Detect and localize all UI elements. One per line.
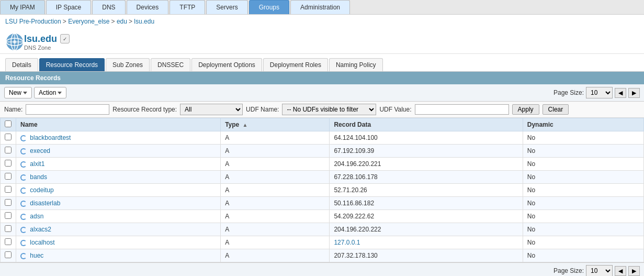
row-checkbox-1[interactable]: [1, 145, 16, 158]
table-row: alxit1 A 204.196.220.221 No: [1, 158, 644, 171]
breadcrumb-link-1[interactable]: Everyone_else: [68, 18, 109, 25]
row-name-5: disasterlab: [16, 197, 221, 210]
new-label: New: [9, 89, 21, 96]
row-checkbox-2[interactable]: [1, 158, 16, 171]
select-all-checkbox[interactable]: [5, 120, 12, 127]
row-refresh-icon-0: [20, 135, 27, 141]
tab-deployment-roles[interactable]: Deployment Roles: [263, 58, 328, 71]
filter-udf-value-input[interactable]: [415, 104, 509, 115]
page-size-label: Page Size:: [553, 89, 584, 96]
row-refresh-icon-8: [20, 240, 27, 246]
row-checkbox-8[interactable]: [1, 236, 16, 249]
row-checkbox-6[interactable]: [1, 210, 16, 223]
nav-tab-dns[interactable]: DNS: [92, 0, 125, 14]
col-header-dynamic[interactable]: Dynamic: [523, 118, 643, 131]
dns-zone-icon: [5, 32, 24, 51]
row-name-link-0[interactable]: blackboardtest: [30, 134, 71, 141]
filter-record-type-select[interactable]: All A AAAA CNAME MX NS PTR SOA SRV TXT: [180, 104, 243, 115]
row-name-link-8[interactable]: localhost: [30, 239, 54, 246]
row-record-data-3: 67.228.106.178: [330, 171, 523, 184]
nav-tab-administration[interactable]: Administration: [290, 0, 350, 14]
bottom-page-size-label: Page Size:: [553, 267, 584, 274]
col-header-record-data[interactable]: Record Data: [330, 118, 523, 131]
table-row: alxacs2 A 204.196.220.222 No: [1, 223, 644, 236]
row-record-data-9: 207.32.178.130: [330, 249, 523, 262]
nav-tab-my-ipam[interactable]: My IPAM: [0, 0, 45, 14]
bottom-prev-page-button[interactable]: ◀: [615, 266, 626, 276]
row-dynamic-9: No: [523, 249, 643, 262]
filter-record-type-label: Resource Record type:: [112, 106, 177, 113]
row-checkbox-4[interactable]: [1, 184, 16, 197]
table-row: localhost A 127.0.0.1 No: [1, 236, 644, 249]
row-name-link-6[interactable]: adsn: [30, 213, 43, 220]
row-refresh-icon-1: [20, 148, 27, 154]
table-row: bands A 67.228.106.178 No: [1, 171, 644, 184]
filter-name-input[interactable]: [26, 104, 109, 115]
row-type-2: A: [221, 158, 330, 171]
row-record-data-4: 52.71.20.26: [330, 184, 523, 197]
tab-sub-zones[interactable]: Sub Zones: [106, 58, 150, 71]
row-name-link-5[interactable]: disasterlab: [30, 200, 60, 207]
table-row: disasterlab A 50.116.86.182 No: [1, 197, 644, 210]
new-button[interactable]: New: [4, 87, 32, 98]
filter-bar: Name: Resource Record type: All A AAAA C…: [0, 102, 644, 118]
apply-button[interactable]: Apply: [512, 104, 539, 115]
nav-tab-servers[interactable]: Servers: [206, 0, 247, 14]
action-button[interactable]: Action: [34, 87, 66, 98]
row-type-5: A: [221, 197, 330, 210]
next-page-button[interactable]: ▶: [628, 88, 640, 98]
row-name-link-9[interactable]: huec: [30, 252, 43, 259]
tab-dnssec[interactable]: DNSSEC: [151, 58, 190, 71]
page-title: lsu.edu: [24, 34, 57, 45]
row-record-data-0: 64.124.104.100: [330, 131, 523, 145]
nav-tab-ip-space[interactable]: IP Space: [46, 0, 91, 14]
row-type-1: A: [221, 145, 330, 158]
prev-page-button[interactable]: ◀: [615, 88, 626, 98]
breadcrumb-link-2[interactable]: edu: [117, 18, 127, 25]
row-name-9: huec: [16, 249, 221, 262]
row-name-link-4[interactable]: codeitup: [30, 186, 53, 194]
bottom-page-size-select[interactable]: 10 25 50 100: [586, 265, 613, 276]
clear-button[interactable]: Clear: [543, 104, 569, 115]
breadcrumb-link-0[interactable]: LSU Pre-Production: [5, 18, 61, 25]
tab-resource-records[interactable]: Resource Records: [39, 58, 105, 71]
row-record-data-1: 67.192.109.39: [330, 145, 523, 158]
row-type-8: A: [221, 236, 330, 249]
row-checkbox-5[interactable]: [1, 197, 16, 210]
page-header-badge[interactable]: ✓: [60, 34, 70, 43]
col-header-type[interactable]: Type ▲: [221, 118, 330, 131]
nav-tab-groups[interactable]: Groups: [249, 0, 289, 14]
tab-naming-policy[interactable]: Naming Policy: [329, 58, 383, 71]
row-type-4: A: [221, 184, 330, 197]
page-size-select[interactable]: 10 25 50 100: [586, 87, 613, 98]
toolbar: New Action Page Size: 10 25 50 100 ◀ ▶: [0, 84, 644, 102]
table-row: huec A 207.32.178.130 No: [1, 249, 644, 262]
row-data-link-8[interactable]: 127.0.0.1: [334, 239, 360, 246]
row-record-data-7: 204.196.220.222: [330, 223, 523, 236]
page-subtitle: DNS Zone: [24, 45, 70, 51]
row-checkbox-7[interactable]: [1, 223, 16, 236]
page-header: lsu.edu ✓ DNS Zone: [0, 28, 644, 54]
row-checkbox-9[interactable]: [1, 249, 16, 262]
row-record-data-6: 54.209.222.62: [330, 210, 523, 223]
filter-name-label: Name:: [4, 106, 22, 113]
row-name-link-3[interactable]: bands: [30, 173, 47, 181]
row-name-link-2[interactable]: alxit1: [30, 160, 44, 168]
col-header-name[interactable]: Name: [16, 118, 221, 131]
breadcrumb-link-3[interactable]: lsu.edu: [134, 18, 154, 25]
nav-tab-tftp[interactable]: TFTP: [170, 0, 205, 14]
nav-tab-devices[interactable]: Devices: [127, 0, 169, 14]
filter-udf-name-select[interactable]: -- No UDFs visible to filter: [282, 104, 376, 115]
table-row: codeitup A 52.71.20.26 No: [1, 184, 644, 197]
bottom-next-page-button[interactable]: ▶: [628, 266, 640, 276]
row-name-6: adsn: [16, 210, 221, 223]
tab-details[interactable]: Details: [5, 58, 38, 71]
row-name-link-1[interactable]: execed: [30, 147, 50, 154]
section-resource-records: Resource Records New Action Page Size: 1…: [0, 72, 644, 276]
row-dynamic-5: No: [523, 197, 643, 210]
row-dynamic-1: No: [523, 145, 643, 158]
row-checkbox-3[interactable]: [1, 171, 16, 184]
row-name-link-7[interactable]: alxacs2: [30, 226, 51, 233]
tab-deployment-options[interactable]: Deployment Options: [191, 58, 262, 71]
row-checkbox-0[interactable]: [1, 131, 16, 145]
